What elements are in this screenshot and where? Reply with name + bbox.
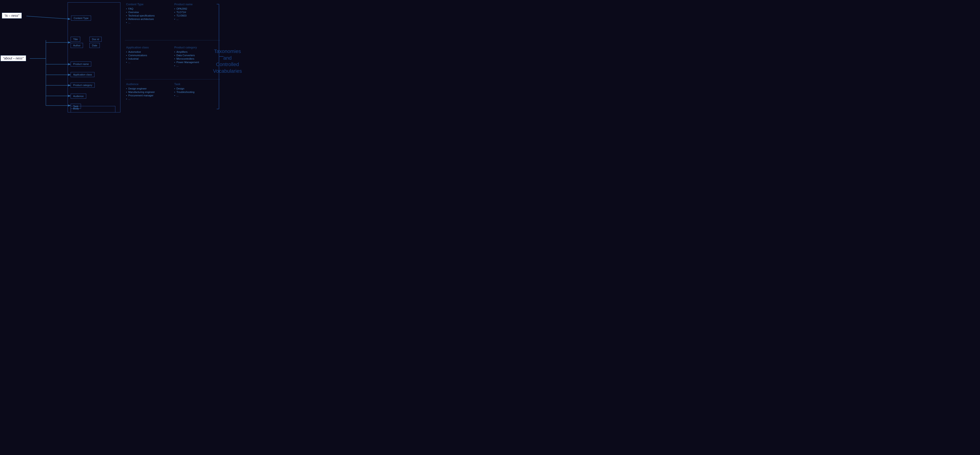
isness-label: “is – ness” (2, 13, 22, 19)
tax-item: ... (174, 18, 192, 21)
doc-id-label: Doc id (92, 38, 99, 41)
tax-item: Procurement manager (126, 94, 155, 97)
content-type-label: Content Type (73, 17, 89, 19)
tax-item: Manufacturing engineer (126, 91, 155, 93)
box-author: Author (71, 43, 83, 48)
product-category-label: Product category (73, 84, 92, 86)
box-audience: Audience (71, 94, 86, 99)
box-product-name: Product name (71, 62, 91, 67)
connection-lines (0, 0, 245, 114)
date-label: Date (92, 44, 97, 47)
box-product-category: Product category (71, 83, 95, 88)
tax-item: Amplifiers (174, 51, 199, 53)
svg-line-0 (26, 16, 70, 19)
taxonomies-text: Taxonomies and Controlled Vocabularies (212, 48, 243, 74)
tax-item: OPA2992 (174, 7, 192, 10)
product-name-label: Product name (73, 63, 89, 65)
tax-item: ... (174, 64, 199, 67)
tax-item: Technical specifications (126, 14, 154, 17)
tax-item: Reference architecture (126, 18, 154, 21)
tax-item: Troubleshooting (174, 91, 194, 93)
tax-header-audience: Audience (126, 83, 155, 86)
body-label: Body (73, 107, 79, 110)
tax-item: TLO71H (174, 11, 192, 14)
tax-item: Power Management (174, 61, 199, 64)
tax-item: ... (126, 61, 149, 64)
tax-item: ... (126, 97, 155, 100)
tax-item: Design (174, 87, 194, 90)
application-class-label: Application class (73, 73, 92, 76)
box-application-class: Application class (71, 72, 94, 77)
taxonomy-product-name: Product name OPA2992 TLO71H TLV3603 ... (174, 3, 192, 21)
taxonomy-content-type: Content Type FAQ Overview Technical spec… (126, 3, 154, 24)
tax-item: Design engineer (126, 87, 155, 90)
divider-2 (125, 79, 220, 80)
taxonomy-audience: Audience Design engineer Manufacturing e… (126, 83, 155, 101)
author-label: Author (73, 44, 81, 47)
diagram-container: “is – ness” “about – ness” Content Type … (0, 0, 245, 114)
box-doc-id: Doc id (89, 37, 102, 42)
box-title: Title (71, 37, 80, 42)
tax-item: Microcontrollers (174, 57, 199, 60)
tax-item: TLV3603 (174, 14, 192, 17)
tax-item: ... (174, 94, 194, 97)
tax-item: Communications (126, 54, 149, 57)
taxonomies-label: Taxonomies and Controlled Vocabularies (212, 48, 243, 74)
isness-text: “is – ness” (4, 14, 19, 18)
audience-label: Audience (73, 95, 84, 97)
tax-item: Automotive (126, 51, 149, 53)
tax-item: ... (126, 21, 154, 24)
aboutness-text: “about – ness” (3, 56, 24, 60)
taxonomy-task: Task Design Troubleshooting ... (174, 83, 194, 97)
box-content-type: Content Type (71, 16, 91, 21)
tax-item: Overview (126, 11, 154, 14)
tax-header-application-class: Application class (126, 46, 149, 49)
box-body: Body (71, 106, 115, 112)
divider-1 (125, 40, 220, 40)
tax-header-product-name: Product name (174, 3, 192, 6)
taxonomy-product-category: Product category Amplifiers Data Convert… (174, 46, 199, 68)
taxonomy-application-class: Application class Automotive Communicati… (126, 46, 149, 64)
aboutness-label: “about – ness” (0, 55, 26, 61)
tax-header-content-type: Content Type (126, 3, 154, 6)
tax-item: FAQ (126, 7, 154, 10)
tax-header-product-category: Product category (174, 46, 199, 49)
title-label: Title (73, 38, 78, 41)
box-date: Date (89, 43, 100, 48)
tax-item: Data Converters (174, 54, 199, 57)
tax-header-task: Task (174, 83, 194, 86)
tax-item: Industrial (126, 57, 149, 60)
